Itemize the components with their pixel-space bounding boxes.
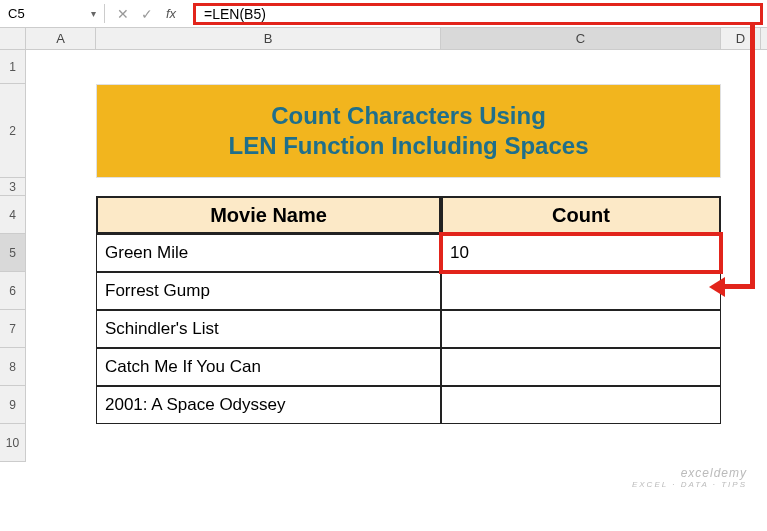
row-header-10[interactable]: 10 bbox=[0, 424, 25, 462]
row-header-6[interactable]: 6 bbox=[0, 272, 25, 310]
cell-c7[interactable] bbox=[441, 310, 721, 348]
fx-icon[interactable]: fx bbox=[163, 6, 179, 21]
row-header-7[interactable]: 7 bbox=[0, 310, 25, 348]
annotation-arrow-head-icon bbox=[709, 277, 725, 297]
table-row: Catch Me If You Can bbox=[96, 348, 721, 386]
cell-b8[interactable]: Catch Me If You Can bbox=[96, 348, 441, 386]
row-header-4[interactable]: 4 bbox=[0, 196, 25, 234]
watermark: exceldemy EXCEL · DATA · TIPS bbox=[632, 466, 747, 489]
chevron-down-icon[interactable]: ▾ bbox=[91, 8, 96, 19]
cell-b9[interactable]: 2001: A Space Odyssey bbox=[96, 386, 441, 424]
title-text: Count Characters UsingLEN Function Inclu… bbox=[228, 101, 588, 161]
spreadsheet: 1 2 3 4 5 6 7 8 9 10 A B C D Count Chara… bbox=[0, 28, 767, 462]
header-movie-name[interactable]: Movie Name bbox=[96, 196, 441, 234]
watermark-sub: EXCEL · DATA · TIPS bbox=[632, 480, 747, 489]
formula-bar-icons: ✕ ✓ fx bbox=[105, 6, 189, 22]
row-10[interactable] bbox=[96, 424, 721, 462]
col-header-d[interactable]: D bbox=[721, 28, 761, 49]
cell-c5[interactable]: 10 bbox=[441, 234, 721, 272]
row-1[interactable] bbox=[96, 50, 721, 84]
row-header-1[interactable]: 1 bbox=[0, 50, 25, 84]
row-3[interactable] bbox=[96, 178, 721, 196]
row-header-3[interactable]: 3 bbox=[0, 178, 25, 196]
row-header-5[interactable]: 5 bbox=[0, 234, 25, 272]
table-header-row: Movie Name Count bbox=[96, 196, 721, 234]
header-count[interactable]: Count bbox=[441, 196, 721, 234]
watermark-main: exceldemy bbox=[681, 466, 747, 480]
cell-c9[interactable] bbox=[441, 386, 721, 424]
cell-c6[interactable] bbox=[441, 272, 721, 310]
col-header-a[interactable]: A bbox=[26, 28, 96, 49]
table-row: 2001: A Space Odyssey bbox=[96, 386, 721, 424]
formula-input[interactable]: =LEN(B5) bbox=[193, 3, 763, 25]
content-area: Count Characters UsingLEN Function Inclu… bbox=[96, 50, 721, 462]
row-header-9[interactable]: 9 bbox=[0, 386, 25, 424]
row-gutter: 1 2 3 4 5 6 7 8 9 10 bbox=[0, 28, 26, 462]
cell-b6[interactable]: Forrest Gump bbox=[96, 272, 441, 310]
formula-bar: C5 ▾ ✕ ✓ fx =LEN(B5) bbox=[0, 0, 767, 28]
table-row: Forrest Gump bbox=[96, 272, 721, 310]
cancel-icon[interactable]: ✕ bbox=[115, 6, 131, 22]
col-header-b[interactable]: B bbox=[96, 28, 441, 49]
cell-b7[interactable]: Schindler's List bbox=[96, 310, 441, 348]
column-headers: A B C D bbox=[26, 28, 767, 50]
row-header-2[interactable]: 2 bbox=[0, 84, 25, 178]
cell-c8[interactable] bbox=[441, 348, 721, 386]
row-header-8[interactable]: 8 bbox=[0, 348, 25, 386]
table-row: Schindler's List bbox=[96, 310, 721, 348]
col-header-c[interactable]: C bbox=[441, 28, 721, 49]
name-box-value: C5 bbox=[8, 6, 25, 21]
cell-b5[interactable]: Green Mile bbox=[96, 234, 441, 272]
name-box[interactable]: C5 ▾ bbox=[0, 4, 105, 23]
title-merged-cell[interactable]: Count Characters UsingLEN Function Inclu… bbox=[96, 84, 721, 178]
table-row: Green Mile 10 bbox=[96, 234, 721, 272]
check-icon[interactable]: ✓ bbox=[139, 6, 155, 22]
formula-text: =LEN(B5) bbox=[204, 6, 266, 22]
